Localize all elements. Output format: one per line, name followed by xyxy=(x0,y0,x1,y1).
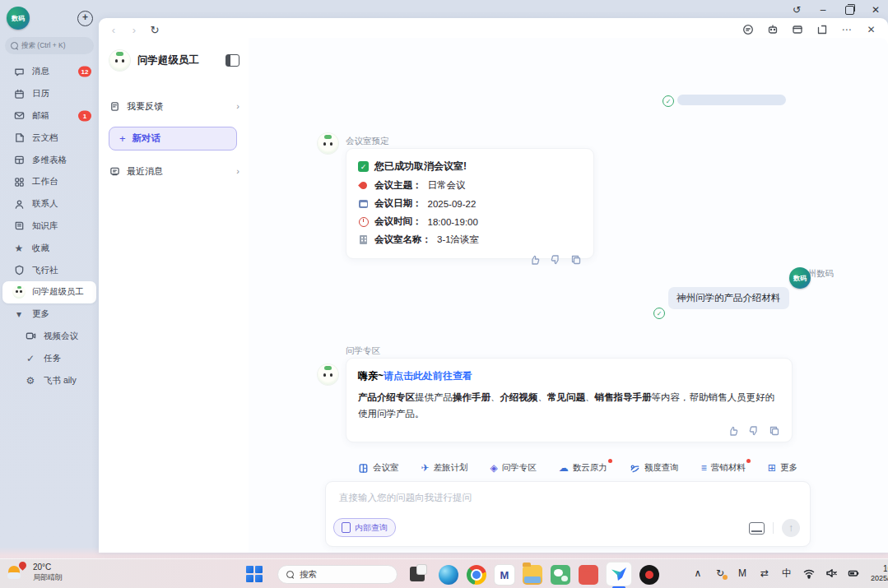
sync-tray-icon[interactable]: ↻ xyxy=(714,567,727,580)
sidebar-item-favorites[interactable]: ★ 收藏 xyxy=(0,237,99,259)
sidebar-item-messages[interactable]: 消息 12 xyxy=(0,61,99,83)
row-label: 会议室名称： xyxy=(374,234,431,246)
ime-indicator[interactable]: 中 xyxy=(780,567,793,580)
m-tray-icon[interactable]: M xyxy=(736,567,749,580)
recent-messages-row[interactable]: 最近消息 › xyxy=(109,163,239,179)
start-button[interactable] xyxy=(246,566,263,582)
internal-query-chip[interactable]: 内部查询 xyxy=(333,518,396,537)
shortcut-travel-plan[interactable]: ✈ 差旅计划 xyxy=(421,462,468,474)
sidebar-item-mail[interactable]: 邮箱 1 xyxy=(0,105,99,127)
message-input[interactable]: 直接输入您的问题向我进行提问 内部查询 ↑ xyxy=(325,481,811,547)
send-button[interactable]: ↑ xyxy=(782,519,800,537)
restore-icon xyxy=(845,6,854,15)
banner-icon[interactable] xyxy=(790,23,804,37)
sidebar-item-wiki[interactable]: 知识库 xyxy=(0,215,99,238)
copy-icon[interactable] xyxy=(769,425,780,437)
goto-link[interactable]: 请点击此处前往查看 xyxy=(384,370,472,382)
thumbs-down-icon[interactable] xyxy=(748,425,760,437)
sidebar-item-aily[interactable]: ⚙ 飞书 aily xyxy=(0,369,99,391)
sidebar-item-calendar[interactable]: 日历 xyxy=(0,83,99,105)
user-avatar[interactable]: 数码 xyxy=(7,7,30,30)
sidebar-item-docs[interactable]: 云文档 xyxy=(0,127,99,149)
m-app-icon[interactable]: M xyxy=(495,565,514,585)
sidebar-item-label: 视频会议 xyxy=(44,331,78,342)
search-icon xyxy=(286,571,294,578)
maximize-button[interactable] xyxy=(842,2,857,17)
message-icon[interactable] xyxy=(741,23,755,37)
meeting-date-row: 会议日期： 2025-09-22 xyxy=(358,197,582,210)
file-explorer-icon[interactable] xyxy=(523,565,542,585)
user-message-bubble: 神州问学的产品介绍材料 xyxy=(668,287,789,309)
shortcut-shuyun[interactable]: ☁ 数云原力 xyxy=(559,462,607,474)
sidebar-item-wenxue-agent[interactable]: 问学超级员工 xyxy=(2,281,96,303)
sidebar-item-contacts[interactable]: 联系人 xyxy=(0,193,99,215)
recorder-icon[interactable] xyxy=(639,565,659,585)
paragraph-segment: 销售指导手册 xyxy=(595,392,652,402)
card-title: 您已成功取消会议室! xyxy=(374,160,467,174)
bot-avatar xyxy=(318,364,338,385)
bot-icon[interactable] xyxy=(765,23,779,37)
task-view-button[interactable] xyxy=(410,567,425,581)
row-label: 会议时间： xyxy=(374,215,422,228)
shortcut-hint-icon[interactable] xyxy=(749,522,765,535)
refresh-button[interactable]: ↻ xyxy=(148,24,161,36)
chip-label: 内部查询 xyxy=(355,522,388,534)
feedback-row[interactable]: 我要反馈 › xyxy=(109,98,239,114)
chrome-icon[interactable] xyxy=(467,565,486,585)
paragraph-segment: 、 xyxy=(538,392,548,402)
taskbar-weather[interactable]: 20°C 局部晴朗 xyxy=(7,562,63,583)
history-icon[interactable]: ↺ xyxy=(789,2,804,17)
add-icon[interactable]: + xyxy=(77,11,93,26)
copy-icon[interactable] xyxy=(570,254,582,266)
sidebar-toggle-icon[interactable] xyxy=(225,54,239,67)
chat-area: ✓ 会议室预定 ✓ 您已成功取消会议室! 会议主题： 日常会议 会议日期： 20… xyxy=(249,38,888,553)
close-chat-icon[interactable]: ✕ xyxy=(864,23,878,37)
sidebar-item-tasks[interactable]: ✓ 任务 xyxy=(0,347,99,369)
back-button[interactable]: ‹ xyxy=(107,24,120,36)
taskbar-clock[interactable]: 16:10 2025/9/22 xyxy=(871,563,888,584)
list-icon: ≡ xyxy=(701,462,707,474)
sidebar-item-video-meeting[interactable]: 视频会议 xyxy=(0,326,99,348)
shortcut-quota-query[interactable]: 额度查询 xyxy=(630,462,679,474)
shortcut-meeting-room[interactable]: 会议室 xyxy=(358,462,399,474)
mail-icon xyxy=(13,110,25,122)
tray-expand-icon[interactable]: ∧ xyxy=(691,567,704,580)
clock-time: 16:10 xyxy=(883,563,888,574)
cat-app-icon[interactable] xyxy=(579,565,598,585)
row-value: 日常会议 xyxy=(428,179,466,192)
thumbs-up-icon[interactable] xyxy=(728,425,739,437)
sidebar-item-base[interactable]: 多维表格 xyxy=(0,149,99,171)
sidebar-item-label: 飞书 aily xyxy=(44,375,77,387)
edge-icon[interactable] xyxy=(439,565,458,585)
meeting-cancel-card: ✓ 您已成功取消会议室! 会议主题： 日常会议 会议日期： 2025-09-22… xyxy=(346,148,594,259)
clock-icon xyxy=(358,216,369,227)
shortcut-wenxue-zone[interactable]: ◈ 问学专区 xyxy=(490,462,537,474)
volume-muted-icon[interactable] xyxy=(825,567,838,580)
battery-icon[interactable] xyxy=(847,567,860,580)
read-receipt-icon: ✓ xyxy=(653,308,665,319)
taskbar-search-input[interactable]: 搜索 xyxy=(277,565,398,584)
wechat-icon[interactable] xyxy=(551,565,570,585)
agent-panel: 问学超级员工 我要反馈 › + 新对话 最近消息 › xyxy=(99,38,249,553)
close-button[interactable]: ✕ xyxy=(868,2,883,17)
thumbs-down-icon[interactable] xyxy=(550,254,561,266)
new-chat-button[interactable]: + 新对话 xyxy=(109,127,237,150)
thumbs-up-icon[interactable] xyxy=(529,254,541,266)
network-transfer-icon[interactable]: ⇄ xyxy=(758,567,771,580)
sidebar-item-more[interactable]: ▾ 更多 xyxy=(0,303,99,326)
minimize-button[interactable]: – xyxy=(816,2,830,17)
shortcut-more[interactable]: ⊞ 更多 xyxy=(768,462,797,474)
sidebar-item-community[interactable]: 飞行社 xyxy=(0,259,99,281)
chevron-right-icon: › xyxy=(236,166,239,176)
popout-icon[interactable] xyxy=(815,23,829,37)
caret-down-icon: ▾ xyxy=(13,308,25,320)
forward-button[interactable]: › xyxy=(128,24,141,36)
cloud-doc-icon xyxy=(13,132,25,144)
wifi-icon[interactable] xyxy=(802,567,816,580)
global-search-input[interactable]: 搜索 (Ctrl + K) xyxy=(5,37,94,54)
more-icon[interactable]: ⋯ xyxy=(839,23,853,37)
message-sender: 问学专区 xyxy=(346,345,380,357)
shortcut-marketing-material[interactable]: ≡ 营销材料 xyxy=(701,462,746,474)
feishu-icon-active[interactable] xyxy=(607,563,631,586)
sidebar-item-workplace[interactable]: 工作台 xyxy=(0,171,99,193)
